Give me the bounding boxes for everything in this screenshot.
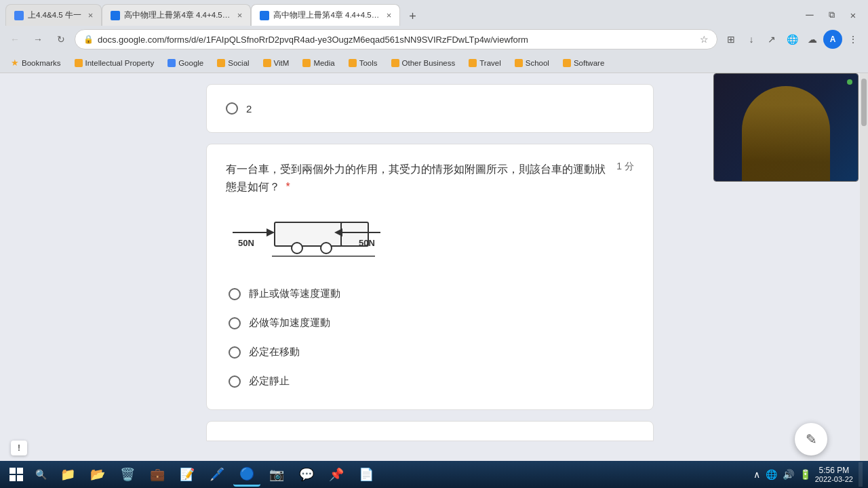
feedback-button[interactable]: ! xyxy=(11,441,27,455)
radio-opt3[interactable] xyxy=(229,346,241,359)
tray-volume-icon[interactable]: 🔊 xyxy=(781,468,795,481)
browser-tab-3[interactable]: 高中物理上冊第4章 4.4+4.5 牛一 × xyxy=(251,4,400,26)
bookmark-tools-label: Tools xyxy=(359,59,378,67)
bookmark-media-icon xyxy=(302,59,311,67)
windows-logo xyxy=(9,468,23,481)
tray-up-icon[interactable]: ∧ xyxy=(752,468,762,481)
taskbar-app-discord[interactable]: 💬 xyxy=(293,462,320,487)
downloads-icon[interactable]: ↓ xyxy=(742,30,761,49)
taskbar-app-pen[interactable]: 🖊️ xyxy=(203,462,231,487)
option-item-4[interactable]: 必定靜止 xyxy=(226,369,634,393)
option-label-4: 必定靜止 xyxy=(249,375,290,388)
option-item-3[interactable]: 必定在移動 xyxy=(226,340,634,364)
show-desktop-button[interactable] xyxy=(859,462,863,487)
clock-date: 2022-03-22 xyxy=(815,475,853,483)
minimize-button[interactable]: ─ xyxy=(800,7,819,23)
radio-opt1[interactable] xyxy=(229,288,241,300)
menu-icon[interactable]: ⋮ xyxy=(844,30,863,49)
taskbar-app-briefcase[interactable]: 💼 xyxy=(144,462,171,487)
browser-action-icon[interactable]: 🌐 xyxy=(783,30,802,49)
refresh-button[interactable]: ↻ xyxy=(52,30,71,49)
question-header: 有一台車，受到兩個外力的作用，其受力的情形如附圖所示，則該台車的運動狀態是如何？… xyxy=(226,161,634,195)
bookmark-other-label: Other Business xyxy=(402,59,456,67)
bookmark-vitm[interactable]: VitM xyxy=(258,58,295,68)
edit-icon: ✎ xyxy=(806,431,817,447)
system-clock[interactable]: 5:56 PM 2022-03-22 xyxy=(815,466,853,483)
forward-button[interactable]: → xyxy=(28,30,47,49)
profile-avatar[interactable]: A xyxy=(823,30,842,49)
bookmark-media[interactable]: Media xyxy=(297,58,340,68)
bookmark-school[interactable]: School xyxy=(509,58,555,68)
radio-opt4[interactable] xyxy=(229,375,241,388)
option-row-2: 2 xyxy=(226,98,634,119)
taskbar-app-recycle[interactable]: 🗑️ xyxy=(114,462,141,487)
new-tab-button[interactable]: + xyxy=(403,7,422,26)
webcam-video xyxy=(714,74,858,181)
points-badge: 1 分 xyxy=(616,161,634,173)
back-button[interactable]: ← xyxy=(5,30,24,49)
clock-time: 5:56 PM xyxy=(815,466,853,475)
taskbar-app-camera[interactable]: 📷 xyxy=(263,462,290,487)
bookmark-intellectual-property[interactable]: Intellectual Property xyxy=(69,58,160,68)
option-item-2[interactable]: 必做等加速度運動 xyxy=(226,311,634,335)
bookmark-vitm-icon xyxy=(263,59,271,67)
webcam-active-dot xyxy=(847,79,852,85)
option-item-1[interactable]: 靜止或做等速度運動 xyxy=(226,282,634,306)
tab3-label: 高中物理上冊第4章 4.4+4.5 牛一 xyxy=(273,10,379,20)
taskbar-search[interactable]: 🔍 xyxy=(30,464,52,485)
bookmark-school-label: School xyxy=(526,59,549,67)
bookmark-google[interactable]: Google xyxy=(162,58,209,68)
cloud-icon[interactable]: ☁ xyxy=(803,30,822,49)
taskbar-app-explorer[interactable]: 📁 xyxy=(54,462,81,487)
tray-battery-icon[interactable]: 🔋 xyxy=(798,468,812,481)
radio-option-2[interactable] xyxy=(226,102,238,115)
radio-opt2[interactable] xyxy=(229,317,241,329)
taskbar-app-sticky[interactable]: 📌 xyxy=(323,462,350,487)
truck-trailer-rect xyxy=(275,222,342,246)
scrollbar-thumb[interactable] xyxy=(861,79,867,126)
maximize-button[interactable]: ⧉ xyxy=(822,7,841,23)
person-figure xyxy=(742,86,830,181)
bookmark-media-label: Media xyxy=(313,59,334,67)
bookmark-software[interactable]: Software xyxy=(557,58,610,68)
wheel-2 xyxy=(321,243,332,253)
wheel-1 xyxy=(292,243,302,253)
tray-network-icon[interactable]: 🌐 xyxy=(764,468,778,481)
browser-tab-1[interactable]: 上4.4&4.5 牛一 × xyxy=(5,4,102,26)
address-bar[interactable]: 🔒 docs.google.com/forms/d/e/1FAIpQLSfnoR… xyxy=(75,29,717,49)
tab1-close[interactable]: × xyxy=(88,10,94,20)
taskbar-app-word[interactable]: 📄 xyxy=(353,462,380,487)
tab2-close[interactable]: × xyxy=(237,10,243,20)
taskbar-app-files[interactable]: 📂 xyxy=(84,462,111,487)
camera-icon: 📷 xyxy=(269,467,284,482)
taskbar-app-notepad[interactable]: 📝 xyxy=(174,462,201,487)
extensions-icon[interactable]: ⊞ xyxy=(722,30,741,49)
share-icon[interactable]: ↗ xyxy=(762,30,781,49)
bookmark-social[interactable]: Social xyxy=(212,58,254,68)
recycle-icon: 🗑️ xyxy=(120,467,135,482)
bookmark-travel[interactable]: Travel xyxy=(463,58,507,68)
tab3-close[interactable]: × xyxy=(387,10,392,20)
close-button[interactable]: × xyxy=(844,7,863,23)
option-2-label: 2 xyxy=(246,103,252,115)
scrollbar[interactable] xyxy=(860,73,868,461)
chrome-icon: 🔵 xyxy=(239,466,254,481)
fab-edit-button[interactable]: ✎ xyxy=(795,423,827,455)
next-card-partial xyxy=(206,421,654,441)
discord-icon: 💬 xyxy=(299,467,314,482)
feedback-icon: ! xyxy=(18,443,20,453)
form-container: 2 有一台車，受到兩個外力的作用，其受力的情形如附圖所示，則該台車的運動狀態是如… xyxy=(206,84,654,450)
system-tray: ∧ 🌐 🔊 🔋 xyxy=(752,468,812,481)
bookmark-star-icon[interactable]: ☆ xyxy=(700,34,709,45)
question-text-wrapper: 有一台車，受到兩個外力的作用，其受力的情形如附圖所示，則該台車的運動狀態是如何？… xyxy=(226,161,606,195)
bookmarks-label[interactable]: ★ Bookmarks xyxy=(5,56,66,69)
bookmarks-bar: ★ Bookmarks Intellectual Property Google… xyxy=(0,53,868,73)
question-text: 有一台車，受到兩個外力的作用，其受力的情形如附圖所示，則該台車的運動狀態是如何？ xyxy=(226,163,606,192)
start-button[interactable] xyxy=(5,464,27,485)
taskbar-app-chrome[interactable]: 🔵 xyxy=(233,462,260,487)
taskbar: 🔍 📁 📂 🗑️ 💼 📝 🖊️ 🔵 📷 💬 📌 📄 ∧ 🌐 🔊 🔋 xyxy=(0,461,868,488)
tab-bar: 上4.4&4.5 牛一 × 高中物理上冊第4章 4.4+4.5 牛一 × 高中物… xyxy=(0,0,868,26)
bookmark-tools[interactable]: Tools xyxy=(343,58,383,68)
bookmark-other-business[interactable]: Other Business xyxy=(386,58,461,68)
browser-tab-2[interactable]: 高中物理上冊第4章 4.4+4.5 牛一 × xyxy=(102,4,251,26)
